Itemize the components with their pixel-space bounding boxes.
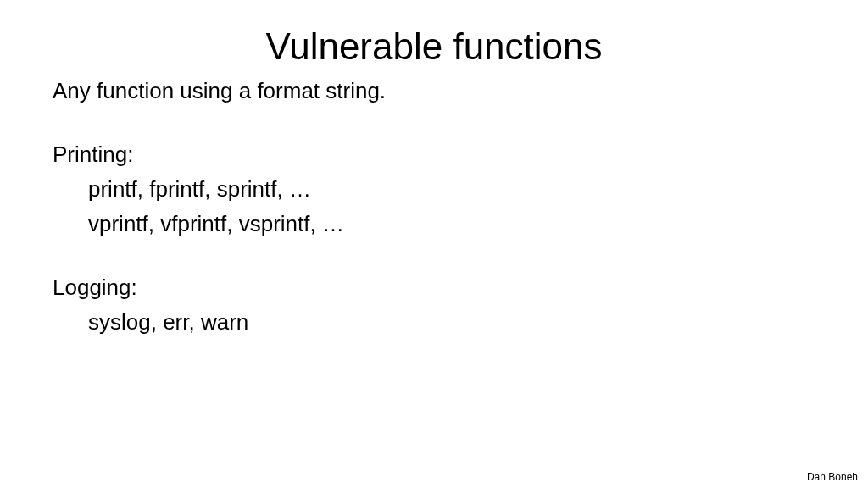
intro-text: Any function using a format string. — [53, 76, 815, 106]
spacer — [53, 111, 815, 140]
printing-line-2: vprintf, vfprintf, vsprintf, … — [53, 209, 815, 239]
slide-body: Any function using a format string. Prin… — [0, 76, 868, 338]
printing-line-1: printf, fprintf, sprintf, … — [53, 175, 815, 204]
slide-title: Vulnerable functions — [0, 0, 868, 76]
logging-line-1: syslog, err, warn — [53, 308, 815, 337]
spacer — [53, 244, 815, 273]
printing-label: Printing: — [53, 140, 815, 169]
attribution: Dan Boneh — [807, 471, 858, 483]
logging-label: Logging: — [53, 273, 815, 302]
